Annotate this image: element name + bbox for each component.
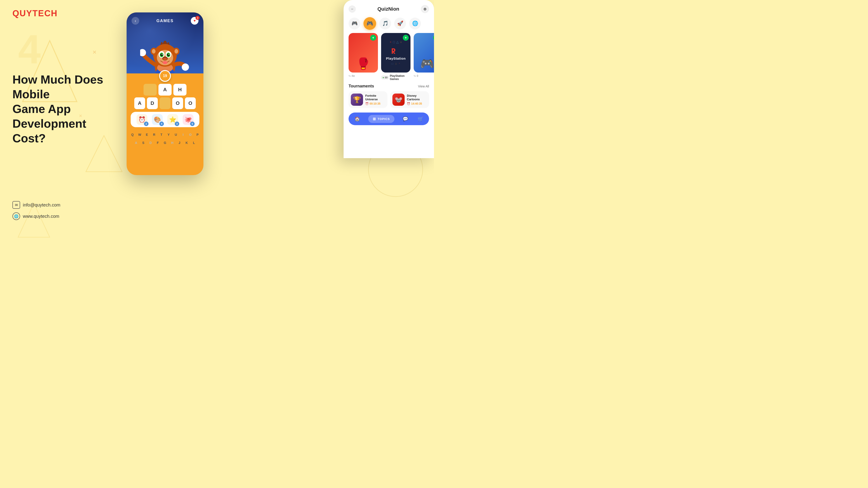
website-contact: 🌐 www.quytech.com [12,213,60,220]
keyboard-row2: A S D F G H J K L [127,139,204,149]
settings-button[interactable]: ⚙ [421,5,429,13]
tournament-fortnite[interactable]: 🏆 Fortnite Universe ⏰ 00:10:35 [348,91,388,108]
heading-line2: Game App Development [12,102,86,130]
disney-thumb: 🐭 [393,94,405,106]
website-text: www.quytech.com [23,214,59,219]
fortnite-time: 00:10:35 [370,102,380,105]
cat-rocket[interactable]: 🚀 [394,18,406,29]
key-a2[interactable]: A [133,139,139,146]
card-plus-btn[interactable]: + [370,35,376,41]
key-d2[interactable]: D [147,139,154,146]
game-card-playstation[interactable]: + × □ △ ○ PlayStation [381,33,410,72]
letter-cell[interactable]: O [172,97,183,109]
minus-button[interactable]: − [348,5,356,13]
cat-globe[interactable]: 🌐 [409,18,421,29]
nav-home[interactable]: 🏠 [353,115,361,123]
svg-point-22 [167,54,169,56]
quytech-logo: QUYTECH [12,8,58,18]
card-label-anime: % 0 [414,74,434,80]
svg-point-23 [162,54,162,55]
card-plus-btn-ps[interactable]: + [403,35,409,41]
app-title: QuizNion [377,6,399,12]
game-character [140,35,190,73]
svg-point-24 [168,54,169,55]
key-g[interactable]: G [162,139,168,146]
key-o[interactable]: O [187,131,193,138]
game-header: ‹ GAMES ♥ 3 [127,12,204,73]
app-header: − QuizNion ⚙ [344,0,434,15]
game-card-fighting[interactable]: + 🥊 [348,33,378,72]
key-q[interactable]: Q [129,131,135,138]
ps-game-label: PlayStation Games [390,74,411,80]
key-e[interactable]: E [144,131,150,138]
view-all-btn[interactable]: View All [418,85,429,88]
quiznion-phone: − QuizNion ⚙ 🎮 🎮 🎵 🚀 🌐 + [344,0,434,158]
card-labels-row: % ite ● 69 PlayStation Games % 0 [344,72,434,80]
svg-point-29 [152,49,156,54]
score-value: 19 [163,74,167,78]
heading-line1: How Much Does Mobile [12,73,103,101]
letter-cell[interactable]: O [185,97,196,109]
powerup-special[interactable]: 🐙 6 [183,114,193,125]
game-card-anime[interactable]: + 🎮 [414,33,434,72]
letter-cell[interactable]: D [147,97,158,109]
heart-count: 3 [195,16,199,20]
svg-text:×: × [93,48,96,56]
key-s[interactable]: S [140,139,147,146]
games-title: GAMES [156,19,174,23]
key-y[interactable]: Y [165,131,172,138]
key-l[interactable]: L [191,139,197,146]
bottom-nav: 🏠 ⊞ TOPICS 💬 🛒 [348,112,429,125]
letter-cell[interactable]: A [134,97,145,109]
key-j[interactable]: J [176,139,183,146]
email-contact: ✉ info@quytech.com [12,201,60,209]
game-cards-row: + 🥊 + × □ △ ○ [344,33,434,72]
svg-point-27 [163,61,167,64]
powerup-star[interactable]: ⭐ 3 [167,114,178,125]
svg-point-31 [175,49,178,54]
quiz-game-phone: ‹ GAMES ♥ 3 [127,12,204,175]
disney-time: 14:40:35 [411,102,422,105]
svg-text:4: 4 [18,26,41,72]
powerup-color[interactable]: 🎨 4 [152,114,163,125]
tournaments-section: Tournaments View All 🏆 Fortnite Universe… [344,80,434,110]
cat-puzzle[interactable]: 🎮 [348,18,360,29]
key-h2[interactable]: H [169,139,176,146]
svg-point-26 [163,58,167,60]
key-r[interactable]: R [151,131,157,138]
nav-cart[interactable]: 🛒 [416,115,425,123]
powerup-timer[interactable]: ⏰ 2 [136,114,147,125]
powerups-row: ⏰ 2 🎨 4 ⭐ 3 🐙 6 [131,112,199,127]
web-icon: 🌐 [12,213,20,220]
letter-cell[interactable] [144,84,157,96]
key-p[interactable]: P [194,131,201,138]
tournament-disney[interactable]: 🐭 Disney Cartoons ⏰ 14:40:35 [390,91,429,108]
topics-button[interactable]: ⊞ TOPICS [368,115,395,123]
contact-section: ✉ info@quytech.com 🌐 www.quytech.com [12,201,60,224]
key-u[interactable]: U [173,131,179,138]
key-i[interactable]: I [180,131,186,138]
key-t[interactable]: T [158,131,164,138]
keyboard-row1: Q W E R T Y U I O P [127,130,204,139]
main-heading: How Much Does Mobile Game App Developmen… [12,72,116,146]
letter-cell[interactable]: A [158,84,172,96]
heading-line3: Cost? [12,132,46,145]
svg-point-21 [160,54,163,56]
cat-gaming[interactable]: 🎮 [364,17,376,30]
topics-label: TOPICS [378,117,390,121]
card-plus-btn-anime[interactable]: + [433,35,434,41]
fortnite-thumb: 🏆 [351,94,363,106]
key-w[interactable]: W [136,131,143,138]
key-f[interactable]: F [155,139,161,146]
cat-music[interactable]: 🎵 [379,18,391,29]
anime-label: 0 [417,74,418,77]
key-k[interactable]: K [184,139,190,146]
back-button[interactable]: ‹ [131,17,139,25]
nav-chat[interactable]: 💬 [401,115,409,123]
email-icon: ✉ [12,201,20,209]
letter-grid-row2: A D O O [127,96,204,109]
letter-cell[interactable]: H [174,84,186,96]
letter-cell[interactable] [160,97,170,109]
playstation-logo-text: PlayStation [386,57,405,60]
category-tabs: 🎮 🎮 🎵 🚀 🌐 [344,15,434,33]
